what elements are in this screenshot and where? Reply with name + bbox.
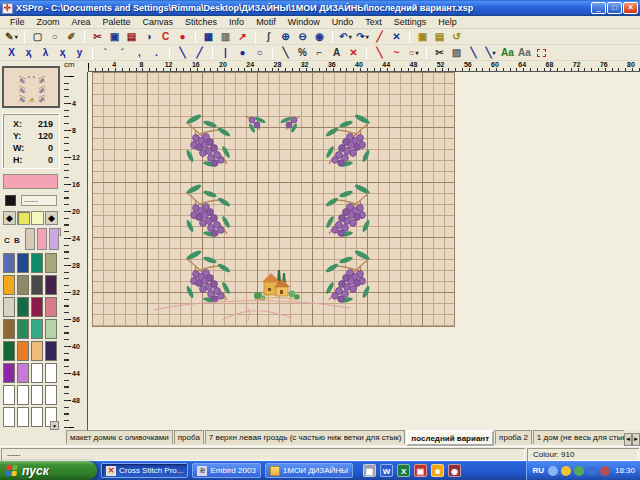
knot-1-icon[interactable]: ╲ xyxy=(278,46,293,60)
design-tab[interactable]: последний вариант xyxy=(406,430,494,446)
palette-color-swatch[interactable] xyxy=(3,363,15,383)
palette-color-swatch[interactable] xyxy=(45,319,57,339)
copy-page-icon[interactable]: ▣ xyxy=(415,30,430,44)
tray-display-icon[interactable] xyxy=(587,466,597,476)
excel-icon[interactable]: X xyxy=(397,464,410,477)
palette-color-swatch[interactable] xyxy=(17,407,29,427)
palette-color-swatch[interactable] xyxy=(3,385,15,405)
pencil-tool-icon[interactable]: ✎▾ xyxy=(4,30,19,44)
menu-file[interactable]: File xyxy=(4,17,31,27)
menu-help[interactable]: Help xyxy=(432,17,463,27)
select-freehand-icon[interactable]: ✐ xyxy=(64,30,79,44)
menu-text[interactable]: Text xyxy=(359,17,388,27)
quarter-stitch-4-icon[interactable]: . xyxy=(149,46,164,60)
select-stitches-icon[interactable] xyxy=(534,46,549,60)
half-cross-4-icon[interactable]: у xyxy=(72,46,87,60)
title-bar[interactable]: ✛ XSPro - C:\Documents and Settings\Rimm… xyxy=(0,0,640,16)
word-icon[interactable]: W xyxy=(380,464,393,477)
menu-motif[interactable]: Motif xyxy=(250,17,282,27)
zoom-out-icon[interactable]: ⊖ xyxy=(295,30,310,44)
rotate-icon[interactable]: C xyxy=(158,30,173,44)
draw-pen-icon[interactable]: ╱ xyxy=(372,30,387,44)
text-color-icon[interactable]: Aa xyxy=(500,46,515,60)
palette-color-swatch[interactable] xyxy=(31,275,43,295)
palette-color-swatch[interactable] xyxy=(45,253,57,273)
image-view-icon[interactable]: ▦ xyxy=(201,30,216,44)
tray-antivirus-icon[interactable] xyxy=(574,466,584,476)
tab-scroll-right-button[interactable]: ► xyxy=(632,433,640,446)
undo-icon[interactable]: ↶▾ xyxy=(338,30,353,44)
half-cross-3-icon[interactable]: ҳ xyxy=(55,46,70,60)
knot-5-icon[interactable]: ✕ xyxy=(346,46,361,60)
language-indicator[interactable]: RU xyxy=(532,466,544,475)
scissors-icon[interactable]: ✂ xyxy=(432,46,447,60)
app-maroon-icon[interactable]: ◉ xyxy=(448,464,461,477)
maximize-button[interactable]: □ xyxy=(607,2,622,14)
needle-2-icon[interactable]: ╲▾ xyxy=(483,46,498,60)
quick-color-swatch[interactable] xyxy=(17,211,30,225)
text-grey-icon[interactable]: Aa xyxy=(517,46,532,60)
palette-color-swatch[interactable] xyxy=(3,319,15,339)
palette-color-swatch[interactable] xyxy=(45,341,57,361)
quarter-stitch-2-icon[interactable]: ´ xyxy=(115,46,130,60)
palette-color-swatch[interactable] xyxy=(31,363,43,383)
full-cross-stitch-icon[interactable]: X xyxy=(4,46,19,60)
select-rect-icon[interactable]: ▢ xyxy=(30,30,45,44)
task-button[interactable]: 1МОИ ДИЗАЙНЫ xyxy=(265,463,353,478)
palette-color-swatch[interactable] xyxy=(17,297,29,317)
redo-icon[interactable]: ↷▾ xyxy=(355,30,370,44)
diamond-button[interactable]: ◆ xyxy=(3,211,16,225)
half-cross-2-icon[interactable]: λ xyxy=(38,46,53,60)
palette-color-swatch[interactable] xyxy=(3,341,15,361)
menu-palette[interactable]: Palette xyxy=(97,17,137,27)
knot-2-icon[interactable]: % xyxy=(295,46,310,60)
tab-scroll-left-button[interactable]: ◄ xyxy=(624,433,632,446)
palette-color-swatch[interactable] xyxy=(31,297,43,317)
palette-color-swatch[interactable] xyxy=(31,341,43,361)
menu-undo[interactable]: Undo xyxy=(326,17,360,27)
knot-4-icon[interactable]: A xyxy=(329,46,344,60)
stitch-canvas[interactable] xyxy=(92,72,455,327)
palette-color-swatch[interactable] xyxy=(31,253,43,273)
thread-icon[interactable]: ʃ xyxy=(261,30,276,44)
motif-copy-icon[interactable]: ▣ xyxy=(107,30,122,44)
palette-color-swatch[interactable] xyxy=(3,253,15,273)
palette-color-swatch[interactable] xyxy=(3,275,15,295)
quarter-stitch-1-icon[interactable]: ` xyxy=(98,46,113,60)
palette-color-swatch[interactable] xyxy=(45,275,57,295)
close-button[interactable]: ✕ xyxy=(623,2,638,14)
half-cross-1-icon[interactable]: ҳ xyxy=(21,46,36,60)
palette-color-swatch[interactable] xyxy=(45,363,57,383)
start-button[interactable]: пуск xyxy=(0,461,97,480)
palette-color-swatch[interactable] xyxy=(17,341,29,361)
tray-update-icon[interactable] xyxy=(600,466,610,476)
header-color-swatch[interactable] xyxy=(25,228,35,250)
calculator-icon[interactable]: ▦ xyxy=(363,464,376,477)
header-color-swatch[interactable] xyxy=(37,228,47,250)
zoom-in-icon[interactable]: ⊕ xyxy=(278,30,293,44)
menu-window[interactable]: Window xyxy=(282,17,326,27)
export-icon[interactable]: ↗ xyxy=(235,30,250,44)
tray-messenger-icon[interactable] xyxy=(561,466,571,476)
palette-color-swatch[interactable] xyxy=(17,363,29,383)
current-color-swatch[interactable] xyxy=(3,174,58,189)
quick-color-swatch[interactable] xyxy=(31,211,44,225)
task-button[interactable]: ≋Embird 2003 xyxy=(192,463,260,478)
design-tab[interactable]: 1 дом (не весь для стыковки) xyxy=(533,430,624,444)
needle-1-icon[interactable]: ╲ xyxy=(466,46,481,60)
motif-paste-icon[interactable]: ▤ xyxy=(124,30,139,44)
bead-icon[interactable]: ● xyxy=(235,46,250,60)
diamond-button[interactable]: ◆ xyxy=(45,211,58,225)
palette-color-swatch[interactable] xyxy=(17,385,29,405)
palette-scroll-down-button[interactable]: ▼ xyxy=(50,421,59,430)
menu-zoom[interactable]: Zoom xyxy=(31,17,66,27)
backstitch-up-icon[interactable]: ╱ xyxy=(192,46,207,60)
design-tab[interactable]: 7 верхн левая гроздь (с частью ниж ветки… xyxy=(205,430,406,444)
design-preview[interactable] xyxy=(2,66,60,108)
curve-2-icon[interactable]: ~ xyxy=(389,46,404,60)
task-button[interactable]: ✕Cross Stitch Pro... xyxy=(101,463,188,478)
messenger-icon[interactable]: ☻ xyxy=(431,464,444,477)
motif-place-icon[interactable]: ● xyxy=(175,30,190,44)
menu-area[interactable]: Area xyxy=(66,17,97,27)
ellipse-tool-icon[interactable]: ○▾ xyxy=(406,46,421,60)
